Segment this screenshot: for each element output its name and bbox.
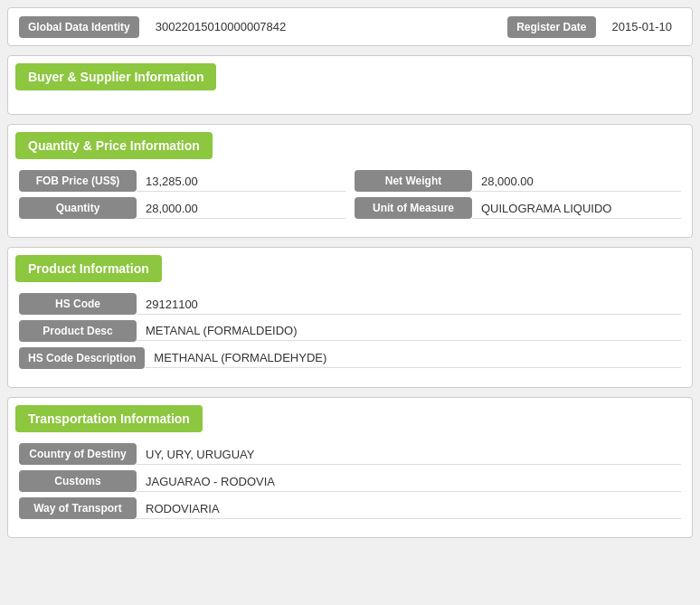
global-data-value: 30022015010000007842 xyxy=(147,15,507,38)
hscode-desc-row: HS Code Description METHANAL (FORMALDEHY… xyxy=(19,347,681,369)
unit-label: Unit of Measure xyxy=(355,197,472,219)
transport-label: Way of Transport xyxy=(19,497,137,519)
transport-row: Way of Transport RODOVIARIA xyxy=(19,497,681,519)
transportation-body: Country of Destiny UY, URY, URUGUAY Cust… xyxy=(8,440,692,528)
product-header: Product Information xyxy=(15,255,162,282)
netweight-field: Net Weight 28,000.00 xyxy=(355,170,681,192)
product-body: HS Code 29121100 Product Desc METANAL (F… xyxy=(8,289,692,378)
quantity-field: Quantity 28,000.00 xyxy=(19,197,345,219)
hscode-desc-value: METHANAL (FORMALDEHYDE) xyxy=(145,348,681,368)
hscode-label: HS Code xyxy=(19,293,137,315)
register-section: Register Date 2015-01-10 xyxy=(507,15,681,38)
hscode-value: 29121100 xyxy=(137,293,681,315)
netweight-value: 28,000.00 xyxy=(472,170,681,192)
hscode-desc-label: HS Code Description xyxy=(19,347,145,369)
country-value: UY, URY, URUGUAY xyxy=(137,443,681,465)
fob-value: 13,285.00 xyxy=(137,170,345,192)
country-label: Country of Destiny xyxy=(19,443,137,465)
buyer-supplier-section: Buyer & Supplier Information xyxy=(7,55,693,115)
hscode-row: HS Code 29121100 xyxy=(19,293,681,315)
buyer-supplier-body xyxy=(8,98,692,105)
quantity-price-body: FOB Price (US$) 13,285.00 Net Weight 28,… xyxy=(8,166,692,228)
register-date-value: 2015-01-10 xyxy=(603,15,682,38)
fob-label: FOB Price (US$) xyxy=(19,170,137,192)
product-desc-row: Product Desc METANAL (FORMALDEIDO) xyxy=(19,320,681,342)
unit-value: QUILOGRAMA LIQUIDO xyxy=(472,197,681,219)
product-desc-label: Product Desc xyxy=(19,320,137,342)
transportation-section: Transportation Information Country of De… xyxy=(7,397,693,538)
quantity-label: Quantity xyxy=(19,197,137,219)
customs-label: Customs xyxy=(19,470,137,492)
customs-value: JAGUARAO - RODOVIA xyxy=(137,470,681,492)
netweight-label: Net Weight xyxy=(355,170,472,192)
global-data-label: Global Data Identity xyxy=(19,16,139,38)
quantity-value: 28,000.00 xyxy=(137,197,345,219)
quantity-unit-row: Quantity 28,000.00 Unit of Measure QUILO… xyxy=(19,197,681,219)
transportation-header: Transportation Information xyxy=(15,405,203,432)
product-desc-value: METANAL (FORMALDEIDO) xyxy=(137,321,681,341)
unit-field: Unit of Measure QUILOGRAMA LIQUIDO xyxy=(355,197,681,219)
buyer-supplier-header: Buyer & Supplier Information xyxy=(15,63,216,90)
global-data-bar: Global Data Identity 3002201501000000784… xyxy=(7,7,693,46)
quantity-price-header: Quantity & Price Information xyxy=(15,132,213,159)
customs-row: Customs JAGUARAO - RODOVIA xyxy=(19,470,681,492)
quantity-price-section: Quantity & Price Information FOB Price (… xyxy=(7,124,693,238)
register-date-label: Register Date xyxy=(507,16,595,38)
fob-field: FOB Price (US$) 13,285.00 xyxy=(19,170,345,192)
transport-value: RODOVIARIA xyxy=(137,497,681,519)
fob-netweight-row: FOB Price (US$) 13,285.00 Net Weight 28,… xyxy=(19,170,681,192)
product-section: Product Information HS Code 29121100 Pro… xyxy=(7,247,693,388)
country-row: Country of Destiny UY, URY, URUGUAY xyxy=(19,443,681,465)
